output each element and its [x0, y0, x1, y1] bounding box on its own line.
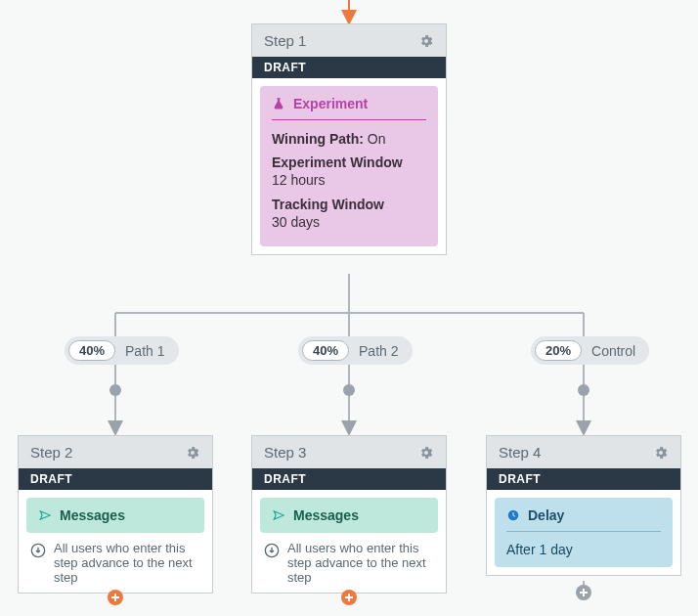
messages-section[interactable]: Messages — [260, 498, 438, 533]
winning-path-row: Winning Path: On — [272, 130, 426, 148]
gear-icon[interactable] — [418, 33, 434, 49]
gear-icon[interactable] — [418, 445, 434, 461]
step-title: Step 2 — [30, 444, 72, 461]
advance-text-row: All users who enter this step advance to… — [260, 533, 438, 585]
step-card-header: Step 1 — [252, 24, 446, 57]
messages-label: Messages — [60, 507, 125, 523]
add-step-button[interactable] — [108, 590, 123, 605]
paper-plane-icon — [38, 508, 52, 522]
add-step-button[interactable] — [576, 585, 591, 600]
experiment-window-row: Experiment Window 12 hours — [272, 154, 426, 189]
step-card-header: Step 2 — [19, 436, 212, 468]
step-card-3[interactable]: Step 3 DRAFT Messages All users who ente… — [251, 435, 447, 594]
arrow-down-icon — [264, 543, 280, 558]
experiment-section[interactable]: Experiment Winning Path: On Experiment W… — [260, 86, 438, 246]
connector-node — [578, 384, 589, 396]
step-title: Step 3 — [264, 444, 306, 461]
paper-plane-icon — [272, 508, 285, 522]
step-card-4[interactable]: Step 4 DRAFT Delay After 1 day — [486, 435, 681, 576]
status-badge: DRAFT — [487, 468, 680, 490]
clock-icon — [506, 508, 520, 522]
step-title: Step 1 — [264, 32, 306, 49]
path-2-label: Path 2 — [359, 343, 398, 359]
advance-text-row: All users who enter this step advance to… — [26, 533, 204, 585]
experiment-label: Experiment — [293, 96, 368, 111]
messages-section[interactable]: Messages — [26, 498, 204, 533]
delay-section[interactable]: Delay After 1 day — [495, 498, 673, 567]
path-pill-2[interactable]: 40% Path 2 — [298, 336, 413, 365]
gear-icon[interactable] — [185, 445, 200, 461]
advance-text: All users who enter this step advance to… — [54, 541, 200, 585]
add-step-button[interactable] — [341, 590, 357, 605]
experiment-title-row: Experiment — [272, 96, 426, 120]
delay-title-row: Delay — [506, 507, 661, 532]
arrow-down-icon — [30, 543, 46, 558]
connector-node — [343, 384, 355, 396]
step-card-2[interactable]: Step 2 DRAFT Messages All users who ente… — [18, 435, 213, 594]
path-1-label: Path 1 — [125, 343, 164, 359]
delay-label: Delay — [528, 507, 564, 523]
status-badge: DRAFT — [252, 468, 446, 490]
messages-label: Messages — [293, 507, 359, 523]
tracking-window-row: Tracking Window 30 days — [272, 196, 426, 231]
path-control-label: Control — [591, 343, 635, 359]
step-title: Step 4 — [499, 444, 541, 461]
advance-text: All users who enter this step advance to… — [287, 541, 434, 585]
step-card-1[interactable]: Step 1 DRAFT Experiment Winning Path: On… — [251, 23, 447, 255]
delay-text: After 1 day — [506, 542, 661, 557]
status-badge: DRAFT — [252, 57, 446, 78]
path-control-percent: 20% — [535, 340, 582, 361]
path-pill-control[interactable]: 20% Control — [531, 336, 649, 365]
path-1-percent: 40% — [68, 340, 115, 361]
connector-node — [109, 384, 121, 396]
status-badge: DRAFT — [19, 468, 212, 490]
path-pill-1[interactable]: 40% Path 1 — [65, 336, 179, 365]
step-card-header: Step 3 — [252, 436, 446, 468]
path-2-percent: 40% — [302, 340, 349, 361]
step-card-header: Step 4 — [487, 436, 680, 468]
flask-icon — [272, 97, 285, 110]
gear-icon[interactable] — [653, 445, 669, 461]
